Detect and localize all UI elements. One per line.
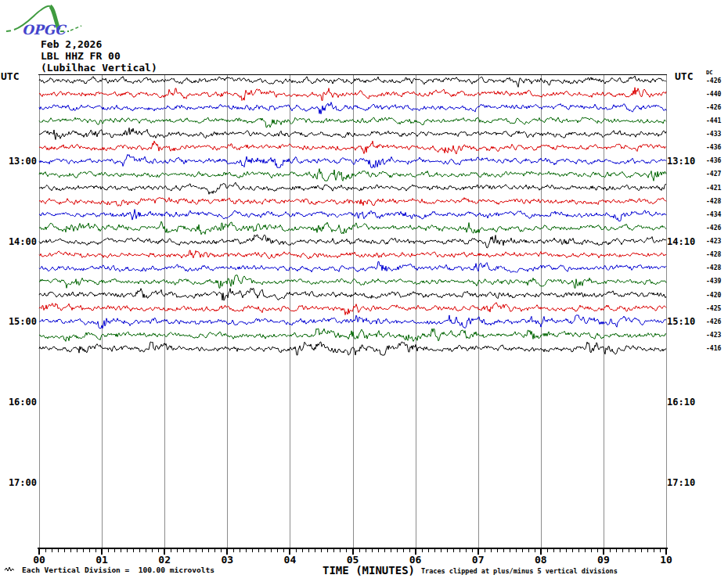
scale-mark-icon — [4, 565, 16, 573]
x-minor-tick — [629, 548, 629, 552]
x-minor-tick — [127, 548, 128, 552]
x-minor-tick — [296, 548, 297, 552]
x-tick-label: 07 — [467, 554, 490, 566]
x-minor-tick — [240, 548, 240, 552]
x-minor-tick — [302, 548, 303, 552]
x-minor-tick — [308, 548, 309, 552]
header-date: Feb 2,2026 — [41, 38, 102, 50]
x-minor-tick — [108, 548, 109, 552]
utc-label-right: UTC — [675, 70, 693, 82]
dc-value: -428 — [706, 251, 721, 258]
x-minor-tick — [460, 548, 460, 552]
x-minor-tick — [428, 548, 429, 552]
x-minor-tick — [553, 548, 554, 552]
trace-row-1450 — [39, 303, 666, 315]
x-minor-tick — [277, 548, 278, 552]
trace-row-1200 — [39, 76, 666, 87]
trace-row-1400 — [39, 235, 666, 248]
x-minor-tick — [139, 548, 140, 552]
x-minor-tick — [528, 548, 529, 552]
x-minor-tick — [647, 548, 648, 552]
x-minor-tick — [547, 548, 548, 552]
x-minor-tick — [271, 548, 272, 552]
x-minor-tick — [315, 548, 315, 552]
x-minor-tick — [214, 548, 215, 552]
x-minor-tick — [491, 548, 492, 552]
dc-value: -427 — [706, 171, 721, 178]
trace-row-1310 — [39, 169, 666, 181]
x-minor-tick — [422, 548, 423, 552]
trace-row-1410 — [39, 250, 666, 259]
x-minor-tick — [372, 548, 373, 552]
clip-note: Traces clipped at plus/minus 5 vertical … — [421, 567, 618, 575]
dc-column-header: DC — [706, 70, 712, 76]
x-minor-tick — [434, 548, 435, 552]
utc-label-left: UTC — [1, 70, 19, 82]
trace-row-1440 — [39, 289, 666, 301]
right-hour-label: 17:10 — [667, 477, 700, 488]
trace-row-1240 — [39, 128, 666, 139]
x-minor-tick — [585, 548, 586, 552]
dc-value: -421 — [706, 185, 721, 192]
x-tick-label: 03 — [215, 554, 239, 566]
x-minor-tick — [52, 548, 52, 552]
x-minor-tick — [221, 548, 222, 552]
vertical-division-scale-note: Each Vertical Division = 100.00 microvol… — [22, 566, 214, 574]
dc-value: -436 — [706, 144, 721, 151]
x-minor-tick — [89, 548, 90, 552]
dc-value: -426 — [706, 104, 721, 111]
x-minor-tick — [333, 548, 334, 552]
x-minor-tick — [64, 548, 65, 552]
x-minor-tick — [121, 548, 121, 552]
dc-value: -416 — [706, 345, 721, 352]
x-minor-tick — [45, 548, 46, 552]
x-minor-tick — [616, 548, 617, 552]
x-minor-tick — [327, 548, 328, 552]
header-station-code: LBL HHZ FR 00 — [41, 50, 121, 62]
trace-row-1420 — [39, 261, 666, 272]
x-minor-tick — [146, 548, 146, 552]
x-minor-tick — [441, 548, 441, 552]
x-minor-tick — [572, 548, 573, 552]
opgc-logo: OPGC — [3, 2, 91, 39]
x-axis-title: TIME (MINUTES) — [323, 564, 415, 577]
trace-row-1510 — [39, 329, 666, 341]
x-minor-tick — [497, 548, 498, 552]
x-minor-tick — [566, 548, 567, 552]
header-station-description: (Lubilhac Vertical) — [41, 62, 157, 74]
x-minor-tick — [321, 548, 322, 552]
x-minor-tick — [77, 548, 77, 552]
trace-row-1320 — [39, 182, 666, 194]
dc-value: -436 — [706, 157, 721, 164]
left-hour-label: 17:00 — [4, 477, 37, 488]
x-minor-tick — [578, 548, 579, 552]
x-minor-tick — [58, 548, 59, 552]
trace-row-1330 — [39, 198, 666, 207]
x-minor-tick — [485, 548, 485, 552]
trace-row-1350 — [39, 221, 666, 235]
trace-row-1230 — [39, 117, 666, 128]
x-minor-tick — [378, 548, 379, 552]
x-minor-tick — [202, 548, 203, 552]
x-minor-tick — [503, 548, 504, 552]
x-tick-label: 09 — [592, 554, 615, 566]
x-tick-label: 04 — [278, 554, 301, 566]
dc-value: -428 — [706, 264, 721, 271]
x-minor-tick — [359, 548, 360, 552]
left-hour-label: 16:00 — [4, 397, 37, 408]
x-tick-label: 02 — [153, 554, 176, 566]
x-minor-tick — [516, 548, 517, 552]
dc-value: -441 — [706, 117, 721, 124]
x-minor-tick — [397, 548, 398, 552]
x-minor-tick — [233, 548, 234, 552]
x-minor-tick — [391, 548, 391, 552]
trace-row-1300 — [39, 154, 666, 167]
trace-row-1340 — [39, 210, 666, 221]
x-tick-label: 01 — [90, 554, 114, 566]
dc-value: -428 — [706, 198, 721, 205]
dc-value: -425 — [706, 305, 721, 312]
x-minor-tick — [447, 548, 448, 552]
seismogram-traces — [39, 75, 667, 548]
trace-row-1220 — [39, 102, 666, 114]
x-minor-tick — [597, 548, 598, 552]
